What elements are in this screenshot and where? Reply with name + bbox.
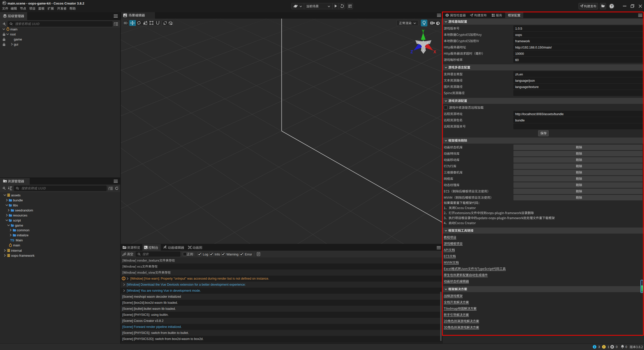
svg-text:X: X: [433, 50, 436, 54]
svg-text:?: ?: [611, 5, 613, 8]
svg-text:Y: Y: [422, 29, 425, 33]
svg-text:Z: Z: [411, 50, 413, 54]
